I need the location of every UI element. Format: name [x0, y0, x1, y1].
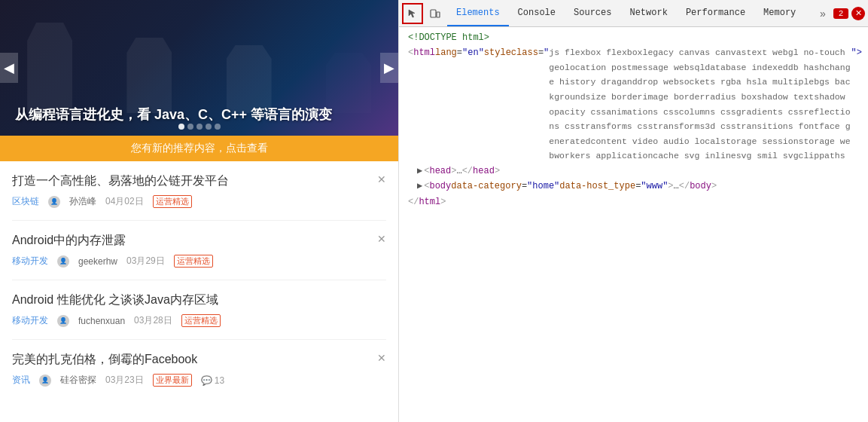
tab-sources[interactable]: Sources [565, 0, 620, 26]
meta-label: 运营精选 [174, 255, 213, 268]
head-toggle[interactable]: ▶ [417, 164, 422, 179]
bracket: > [495, 164, 500, 179]
article-header: 完美的扎克伯格，倒霉的Facebook ✕ [12, 352, 386, 368]
lang-attr: lang [435, 45, 457, 60]
article-header: 打造一个高性能、易落地的公链开发平台 ✕ [12, 173, 386, 189]
avatar: 👤 [48, 196, 60, 208]
hero-banner: ◀ 从编程语言进化史，看 Java、C、C++ 等语言的演变 ▶ [0, 0, 398, 136]
doctype-text: <!DOCTYPE html> [408, 30, 489, 45]
hero-figure-3 [227, 45, 272, 113]
body-toggle[interactable]: ▶ [417, 179, 422, 194]
meta-date: 03月23日 [105, 374, 144, 387]
bracket: </ [408, 194, 419, 209]
equals2: = [538, 45, 544, 60]
svg-rect-1 [437, 12, 440, 17]
hero-dot-4[interactable] [206, 124, 212, 130]
meta-tag[interactable]: 移动开发 [12, 255, 48, 268]
more-tabs-button[interactable]: » [814, 3, 832, 24]
inspect-element-button[interactable] [402, 3, 423, 24]
hero-dot-1[interactable] [178, 124, 184, 130]
tab-performance-label: Performance [686, 8, 745, 18]
hero-next-button[interactable]: ▶ [380, 53, 398, 83]
lang-val: "en" [462, 45, 484, 60]
rec-bar[interactable]: 您有新的推荐内容，点击查看 [0, 136, 398, 161]
head-ellipsis: … [456, 164, 461, 179]
device-toolbar-button[interactable] [425, 3, 446, 24]
devtools-panel: Elements Console Sources Network Perform… [399, 0, 868, 422]
meta-author: 硅谷密探 [60, 374, 96, 387]
code-line-head: ▶ <head> … </head> [405, 164, 862, 179]
data-host-val: "www" [641, 179, 668, 194]
comment-icon: 💬 [201, 375, 212, 386]
tab-memory[interactable]: Memory [754, 0, 805, 26]
tab-console[interactable]: Console [509, 0, 565, 26]
bracket: > [451, 164, 456, 179]
article-meta: 区块链 👤 孙浩峰 04月02日 运营精选 [12, 195, 386, 208]
head-tag: head [429, 164, 451, 179]
hero-dot-3[interactable] [196, 124, 203, 130]
article-close-icon[interactable]: ✕ [377, 173, 386, 185]
meta-label: 运营精选 [181, 314, 221, 327]
hero-prev-button[interactable]: ◀ [0, 53, 18, 83]
tab-network[interactable]: Network [620, 0, 676, 26]
devtools-toolbar: Elements Console Sources Network Perform… [399, 0, 868, 27]
article-close-icon[interactable]: ✕ [377, 352, 386, 364]
bracket: > [711, 179, 717, 194]
tab-network-label: Network [629, 8, 667, 18]
bracket: < [424, 179, 429, 194]
devtools-close-button[interactable]: ✕ [851, 7, 865, 20]
bracket: > [668, 179, 673, 194]
data-category-attr: data-category [451, 179, 522, 194]
avatar: 👤 [57, 315, 69, 327]
data-host-attr: data-host_type [559, 179, 635, 194]
article-close-icon[interactable]: ✕ [377, 233, 386, 245]
list-item: Android中的内存泄露 ✕ 移动开发 👤 geekerhw 03月29日 运… [12, 221, 386, 280]
devtools-close-area: 2 ✕ [833, 7, 865, 20]
bracket: > [440, 194, 446, 209]
hero-dot-5[interactable] [215, 124, 221, 130]
head-close-tag: head [473, 164, 495, 179]
article-meta: 移动开发 👤 geekerhw 03月29日 运营精选 [12, 255, 386, 268]
hero-figure-1 [27, 23, 72, 113]
meta-author: fuchenxuan [78, 316, 125, 326]
list-item: Android 性能优化 之谈谈Java内存区域 移动开发 👤 fuchenxu… [12, 280, 386, 340]
meta-date: 03月28日 [134, 314, 172, 327]
meta-comment: 💬 13 [201, 375, 224, 386]
cursor-icon [407, 8, 418, 19]
tab-performance[interactable]: Performance [677, 0, 754, 26]
article-title[interactable]: 打造一个高性能、易落地的公链开发平台 [12, 173, 371, 189]
meta-tag[interactable]: 资讯 [12, 374, 30, 387]
left-panel: ◀ 从编程语言进化史，看 Java、C、C++ 等语言的演变 ▶ 您有新的推荐内… [0, 0, 399, 422]
html-classes: js flexbox flexboxlegacy canvas canvaste… [549, 45, 851, 163]
code-line-doctype: <!DOCTYPE html> [405, 30, 862, 45]
bracket: < [424, 164, 429, 179]
meta-tag[interactable]: 区块链 [12, 195, 39, 208]
hero-figure-2 [126, 38, 172, 113]
class-attr: class [511, 45, 538, 60]
meta-author: geekerhw [78, 256, 117, 267]
body-tag: body [429, 179, 451, 194]
code-line-html-open: <html lang="en" style class=" js flexbox… [405, 45, 862, 163]
code-line-html-close: </html> [405, 194, 862, 209]
list-item: 打造一个高性能、易落地的公链开发平台 ✕ 区块链 👤 孙浩峰 04月02日 运营… [12, 161, 386, 221]
code-line-body: ▶ <body data-category="home" data-host_t… [405, 179, 862, 194]
article-title[interactable]: 完美的扎克伯格，倒霉的Facebook [12, 352, 371, 368]
data-category-val: "home" [527, 179, 559, 194]
hero-title: 从编程语言进化史，看 Java、C、C++ 等语言的演变 [15, 106, 332, 124]
svg-rect-0 [431, 10, 436, 17]
tab-console-label: Console [518, 8, 556, 18]
comment-count: 13 [215, 375, 224, 386]
article-title[interactable]: Android中的内存泄露 [12, 233, 371, 249]
avatar: 👤 [57, 255, 69, 268]
meta-date: 03月29日 [126, 255, 165, 268]
article-title[interactable]: Android 性能优化 之谈谈Java内存区域 [12, 292, 386, 308]
hero-dot-2[interactable] [187, 124, 193, 130]
tab-elements[interactable]: Elements [447, 0, 509, 26]
bracket: < [408, 45, 413, 60]
meta-tag[interactable]: 移动开发 [12, 314, 48, 327]
html-close-tag: html [419, 194, 440, 209]
meta-label: 业界最新 [153, 374, 192, 387]
meta-label: 运营精选 [153, 195, 192, 208]
hero-figure-4 [326, 53, 371, 113]
article-header: Android 性能优化 之谈谈Java内存区域 [12, 292, 386, 308]
